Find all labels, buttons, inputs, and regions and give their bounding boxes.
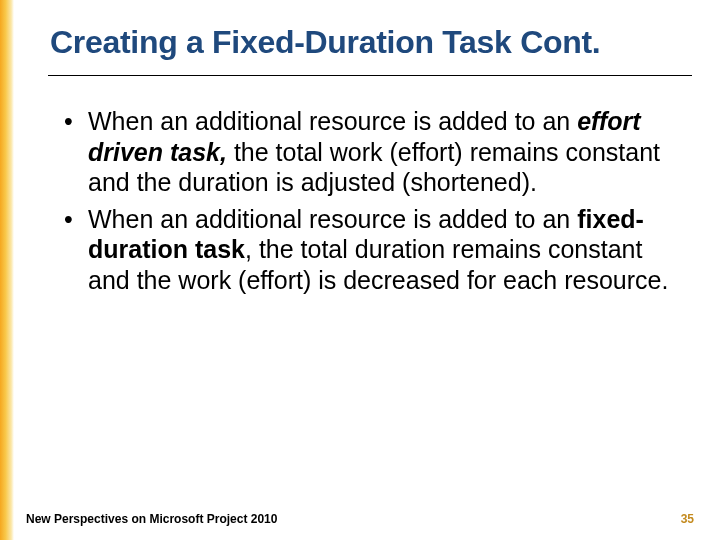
bullet-text-pre: When an additional resource is added to … [88, 205, 577, 233]
title-underline [48, 75, 692, 76]
list-item: When an additional resource is added to … [70, 204, 680, 296]
footer-source: New Perspectives on Microsoft Project 20… [26, 512, 277, 526]
slide-title: Creating a Fixed-Duration Task Cont. [50, 24, 680, 65]
accent-bar [0, 0, 14, 540]
slide-content: Creating a Fixed-Duration Task Cont. Whe… [0, 0, 720, 295]
page-number: 35 [681, 512, 694, 526]
slide-footer: New Perspectives on Microsoft Project 20… [26, 512, 694, 526]
bullet-text-pre: When an additional resource is added to … [88, 107, 577, 135]
bullet-list: When an additional resource is added to … [50, 106, 680, 295]
list-item: When an additional resource is added to … [70, 106, 680, 198]
